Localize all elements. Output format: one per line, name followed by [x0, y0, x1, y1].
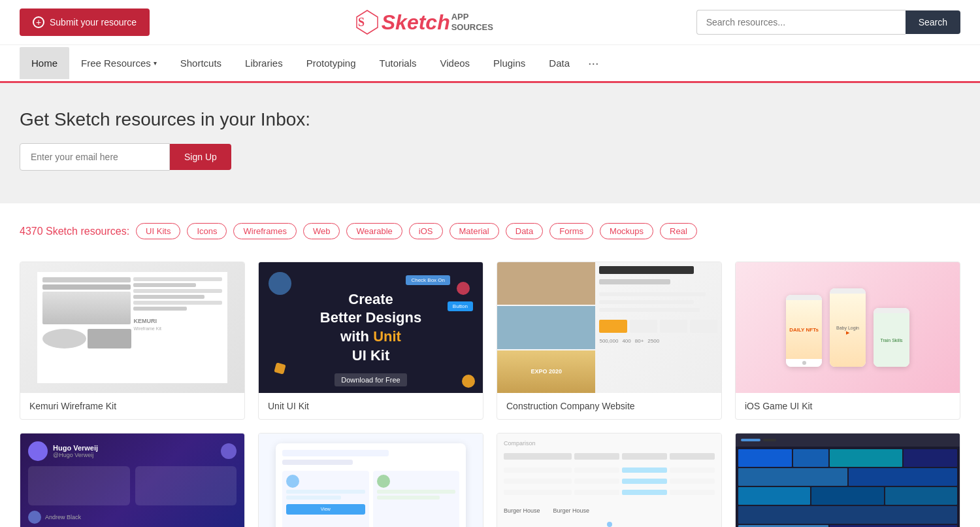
nav-home-label: Home — [31, 58, 57, 69]
card-social[interactable]: Hugo Verweij @Hugo Verweij Andrew Black … — [20, 433, 245, 527]
main-nav: Home Free Resources ▾ Shortcuts Librarie… — [0, 45, 980, 83]
tag-wireframes[interactable]: Wireframes — [233, 223, 296, 239]
card-construction-title: Construction Company Website — [497, 393, 721, 419]
nav-data-label: Data — [549, 58, 570, 69]
nav-item-videos[interactable]: Videos — [429, 47, 482, 79]
nav-item-prototyping[interactable]: Prototyping — [295, 47, 368, 79]
tag-mockups[interactable]: Mockups — [600, 223, 653, 239]
nav-item-data[interactable]: Data — [537, 47, 581, 79]
logo-sketch-text: Sketch — [382, 10, 450, 35]
tag-forms[interactable]: Forms — [549, 223, 593, 239]
hero-section: Get Sketch resources in your Inbox: Sign… — [0, 83, 980, 203]
card-dark-grid-image — [736, 434, 960, 527]
card-unit[interactable]: Check Box On Button CreateBetter Designs… — [258, 262, 483, 420]
card-comparison-image: Comparison — [497, 434, 721, 527]
card-unit-image: Check Box On Button CreateBetter Designs… — [259, 262, 483, 393]
nav-shortcuts-label: Shortcuts — [180, 58, 221, 69]
card-kemuri-title: Kemuri Wireframe Kit — [20, 393, 244, 419]
nav-tutorials-label: Tutorials — [380, 58, 417, 69]
search-button[interactable]: Search — [906, 10, 960, 34]
nav-videos-label: Videos — [440, 58, 470, 69]
tag-ui-kits[interactable]: UI Kits — [136, 223, 180, 239]
card-construction[interactable]: EXPO 2020 500,00040 — [497, 262, 722, 420]
nav-item-shortcuts[interactable]: Shortcuts — [169, 47, 233, 79]
tag-real[interactable]: Real — [660, 223, 697, 239]
tag-data[interactable]: Data — [506, 223, 543, 239]
card-white-ui[interactable]: View White UI Kit — [258, 433, 483, 527]
hero-heading: Get Sketch resources in your Inbox: — [20, 109, 960, 130]
email-signup-row: Sign Up — [20, 143, 960, 171]
card-ios-game-title: iOS Game UI Kit — [736, 393, 960, 419]
submit-label: Submit your resource — [50, 17, 137, 27]
card-unit-title: Unit UI Kit — [259, 393, 483, 419]
search-area: Search — [696, 10, 960, 35]
card-comparison[interactable]: Comparison — [497, 433, 722, 527]
submit-resource-button[interactable]: Submit your resource — [20, 8, 150, 36]
card-dark-grid[interactable]: Design System Grid — [735, 433, 960, 527]
logo[interactable]: S Sketch APP SOURCES — [353, 8, 493, 37]
card-white-ui-image: View — [259, 434, 483, 527]
card-kemuri-image: KEMURI Wireframe Kit — [20, 262, 244, 393]
tag-wearable[interactable]: Wearable — [346, 223, 402, 239]
card-construction-image: EXPO 2020 500,00040 — [497, 262, 721, 393]
resources-filter-section: 4370 Sketch resources: UI Kits Icons Wir… — [0, 203, 980, 262]
signup-button[interactable]: Sign Up — [170, 144, 231, 170]
nav-plugins-label: Plugins — [493, 58, 525, 69]
card-ios-game-image: DAILY NFTs Baby Login▶ — [736, 262, 960, 393]
logo-sources-text: SOURCES — [451, 22, 493, 33]
nav-more-button[interactable]: ··· — [581, 45, 606, 81]
tag-web[interactable]: Web — [303, 223, 340, 239]
tag-ios[interactable]: iOS — [409, 223, 443, 239]
nav-item-home[interactable]: Home — [20, 47, 69, 79]
nav-item-free-resources[interactable]: Free Resources ▾ — [69, 47, 169, 79]
tag-icons[interactable]: Icons — [187, 223, 227, 239]
card-kemuri[interactable]: KEMURI Wireframe Kit Kemuri Wireframe Ki… — [20, 262, 245, 420]
header: Submit your resource S Sketch APP SOURCE… — [0, 0, 980, 45]
card-ios-game[interactable]: DAILY NFTs Baby Login▶ — [735, 262, 960, 420]
sketch-logo-icon: S — [353, 8, 382, 37]
nav-item-tutorials[interactable]: Tutorials — [368, 47, 429, 79]
nav-item-plugins[interactable]: Plugins — [482, 47, 537, 79]
email-input[interactable] — [20, 143, 170, 171]
svg-text:S: S — [358, 16, 365, 29]
resources-header: 4370 Sketch resources: UI Kits Icons Wir… — [20, 223, 960, 239]
target-icon — [33, 16, 44, 28]
nav-prototyping-label: Prototyping — [306, 58, 356, 69]
nav-item-libraries[interactable]: Libraries — [233, 47, 295, 79]
nav-libraries-label: Libraries — [245, 58, 283, 69]
logo-app-sources: APP SOURCES — [451, 12, 493, 32]
logo-app-text: APP — [451, 12, 493, 22]
nav-free-resources-label: Free Resources — [81, 58, 151, 69]
resource-grid: KEMURI Wireframe Kit Kemuri Wireframe Ki… — [0, 262, 980, 527]
resources-count: 4370 Sketch resources: — [20, 226, 129, 237]
search-input[interactable] — [696, 10, 906, 35]
card-social-image: Hugo Verweij @Hugo Verweij Andrew Black — [20, 434, 244, 527]
tag-material[interactable]: Material — [449, 223, 499, 239]
chevron-down-icon: ▾ — [154, 60, 157, 67]
